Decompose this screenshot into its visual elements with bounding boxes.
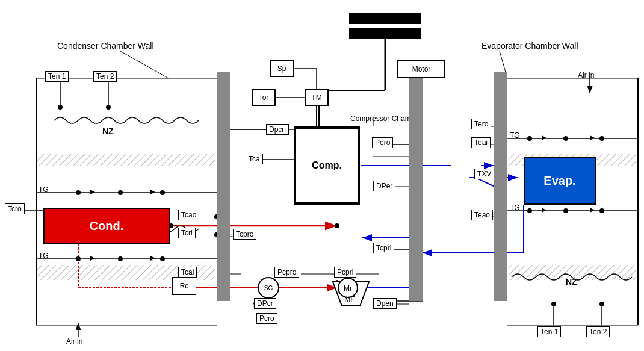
pero-label: Pero — [375, 138, 390, 147]
tcri-label: Tcri — [181, 229, 193, 237]
ten2-right-label: Ten 2 — [589, 328, 607, 336]
condenser-box: Cond. — [43, 208, 170, 244]
txv-label: TXV — [477, 170, 491, 178]
sp-box: Sp — [270, 60, 294, 77]
tm-label: TM — [311, 93, 321, 102]
ten1-right-box: Ten 1 — [537, 326, 561, 337]
teao-box: Teao — [471, 210, 493, 220]
svg-point-73 — [76, 190, 81, 195]
tcpro-box: Tcpro — [233, 229, 256, 240]
dpcn-label: Dpcn — [269, 125, 286, 134]
tcro-box: Tcro — [5, 203, 25, 214]
dper-label: DPer — [376, 182, 392, 190]
evaporator-wall-label: Evaporator Chamber Wall — [481, 41, 578, 51]
ten1-left-box: Ten 1 — [45, 71, 69, 82]
svg-line-56 — [120, 51, 169, 78]
tg-left-lower: TG — [39, 252, 49, 260]
svg-rect-16 — [349, 28, 421, 39]
tg-right-lower: TG — [510, 203, 520, 212]
svg-marker-69 — [542, 135, 546, 140]
pcpri-box: Pcpri — [334, 267, 356, 278]
dpcn-box: Dpcn — [266, 124, 289, 135]
tcri-box: Tcri — [178, 228, 196, 238]
tca-label: Tca — [249, 155, 260, 163]
pcpro-label: Pcpro — [277, 268, 296, 276]
diagram: { "title": "Refrigeration System Diagram… — [0, 0, 644, 351]
tcpri-label: Tcpri — [376, 244, 391, 252]
svg-marker-71 — [542, 208, 546, 213]
svg-marker-67 — [90, 256, 95, 261]
dpen-label: Dpen — [376, 299, 394, 308]
tg-right-upper: TG — [510, 131, 520, 140]
tcro-label: Tcro — [8, 205, 22, 213]
svg-marker-65 — [90, 190, 95, 194]
svg-marker-70 — [590, 135, 595, 140]
tca-box: Tca — [246, 154, 263, 164]
tcao-label: Tcao — [181, 211, 196, 219]
evaporator-label: Evap. — [543, 174, 575, 188]
rc-box: Rc — [172, 277, 196, 295]
tm-box: TM — [305, 89, 329, 106]
sg-circle: SG — [258, 277, 279, 299]
svg-point-63 — [335, 223, 339, 228]
svg-point-83 — [563, 208, 568, 213]
svg-point-90 — [58, 105, 63, 110]
air-in-right: Air in — [578, 71, 594, 79]
ten2-right-box: Ten 2 — [586, 326, 610, 337]
svg-point-81 — [599, 136, 604, 141]
nz-right-label: NZ — [566, 277, 577, 287]
compressor-box: Comp. — [294, 126, 360, 205]
svg-point-94 — [551, 302, 556, 306]
tero-label: Tero — [474, 120, 488, 128]
dpcr-label: DPcr — [257, 299, 273, 308]
dpcr-box: DPcr — [254, 298, 276, 309]
svg-text:Mr: Mr — [344, 284, 352, 293]
svg-point-75 — [160, 190, 165, 195]
svg-marker-72 — [590, 208, 595, 213]
tor-label: Tor — [259, 93, 269, 102]
rc-label: Rc — [180, 282, 189, 290]
motor-label: Motor — [412, 65, 431, 73]
svg-rect-13 — [37, 154, 215, 166]
pcro-label: Pcro — [259, 314, 274, 323]
svg-point-74 — [118, 190, 123, 195]
tcpro-label: Tcpro — [236, 230, 253, 238]
svg-point-79 — [527, 136, 532, 141]
svg-point-76 — [76, 256, 81, 261]
tg-left-upper: TG — [39, 185, 49, 194]
dpen-box: Dpen — [373, 298, 397, 309]
pcpri-label: Pcpri — [337, 268, 353, 276]
pcpro-box: Pcpro — [274, 267, 299, 278]
svg-point-78 — [160, 256, 165, 261]
teai-label: Teai — [474, 138, 488, 147]
svg-point-82 — [527, 208, 532, 213]
tor-box: Tor — [252, 89, 276, 106]
teai-box: Teai — [471, 137, 491, 148]
condenser-label: Cond. — [90, 219, 124, 233]
svg-point-80 — [563, 136, 568, 141]
motor-box: Motor — [397, 60, 445, 78]
ten1-right-label: Ten 1 — [540, 328, 558, 336]
svg-point-92 — [106, 105, 111, 110]
tcai-label: Tcai — [181, 268, 194, 276]
svg-rect-15 — [349, 13, 421, 24]
nz-left-label: NZ — [102, 126, 114, 136]
sp-label: Sp — [277, 64, 286, 73]
air-in-left: Air in — [66, 337, 82, 346]
txv-box: TXV — [474, 169, 494, 179]
tero-box: Tero — [471, 119, 491, 129]
svg-marker-66 — [150, 190, 155, 194]
condenser-wall-label: Condenser Chamber Wall — [57, 41, 154, 51]
pero-box: Pero — [372, 137, 393, 148]
teao-label: Teao — [474, 211, 490, 219]
ten1-left-label: Ten 1 — [48, 72, 66, 81]
tcpri-box: Tcpri — [373, 243, 394, 253]
pcro-box: Pcro — [256, 313, 277, 324]
compressor-label: Comp. — [312, 160, 342, 171]
ten2-left-box: Ten 2 — [93, 71, 117, 82]
svg-point-96 — [599, 302, 604, 306]
wall-evaporator-left — [494, 72, 507, 301]
tcai-box: Tcai — [178, 267, 197, 278]
svg-marker-68 — [150, 256, 155, 261]
svg-point-84 — [599, 208, 604, 213]
